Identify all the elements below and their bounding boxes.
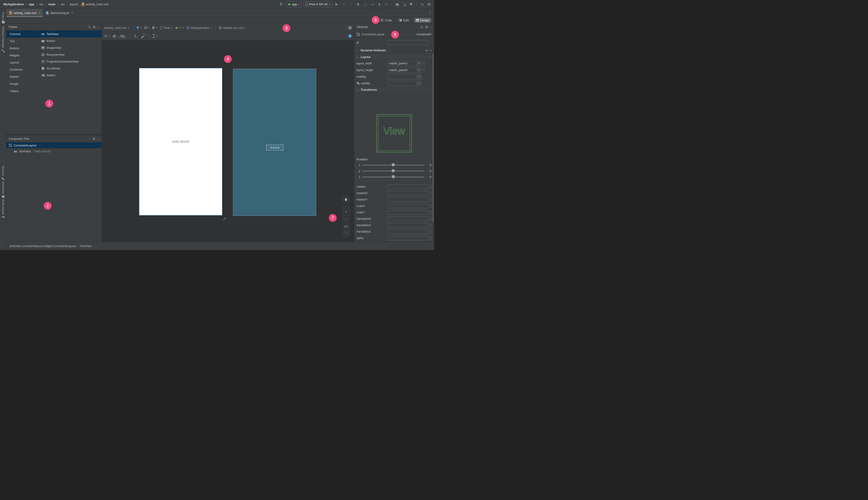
attribute-dropdown[interactable]: ▼: [388, 74, 421, 79]
breadcrumb-item[interactable]: activity_main.xml: [82, 2, 111, 6]
zoom-reset-button[interactable]: 1:1: [343, 225, 349, 228]
attribute-input[interactable]: [388, 210, 428, 215]
palette-component[interactable]: RecyclerView: [39, 51, 102, 58]
constraint-pill-indicator[interactable]: [423, 68, 425, 72]
blueprint-view-device[interactable]: TextView: [233, 69, 316, 216]
editor-mode-button[interactable]: Design: [414, 18, 431, 23]
breadcrumb-item[interactable]: MyApplication: [2, 2, 27, 6]
editor-mode-button[interactable]: Code: [378, 18, 394, 23]
palette-category[interactable]: Text: [7, 37, 39, 45]
constraint-pill-indicator[interactable]: [430, 224, 432, 227]
transforms-section-header[interactable]: ⌄ Transforms: [354, 87, 434, 93]
profile-button[interactable]: [363, 2, 367, 7]
locale-picker[interactable]: Default (en-us) ▾: [219, 26, 245, 30]
zoom-in-button[interactable]: +: [343, 209, 349, 213]
palette-component[interactable]: ImageView: [39, 44, 102, 51]
add-attribute-button[interactable]: [426, 48, 427, 52]
tab-mainactivity-kt[interactable]: MainActivity.kt ×: [43, 9, 76, 17]
breadcrumb-item[interactable]: src: [38, 2, 46, 6]
sidebar-item-build-variants[interactable]: Build Variants: [0, 200, 7, 218]
restart-activity-button[interactable]: [341, 2, 346, 7]
attribute-input[interactable]: [388, 197, 428, 202]
tab-activity-main-xml[interactable]: activity_main.xml ×: [7, 9, 43, 17]
surface-mode-button[interactable]: ▾: [136, 26, 142, 29]
minimize-icon[interactable]: [430, 25, 432, 29]
run-configuration-select[interactable]: app ▾: [286, 1, 301, 7]
attribute-input[interactable]: [388, 217, 428, 221]
attribute-input[interactable]: [388, 236, 428, 240]
sidebar-item-bookmarks[interactable]: Bookmarks: [0, 181, 7, 198]
apply-code-changes-button[interactable]: [348, 2, 353, 7]
hello-world-textview[interactable]: Hello World!: [139, 140, 222, 144]
rotation-slider[interactable]: [363, 171, 424, 171]
gear-icon[interactable]: [93, 137, 95, 141]
warnings-button[interactable]: [348, 26, 352, 30]
default-margin-button[interactable]: 0dp: [119, 34, 126, 38]
palette-component[interactable]: Button: [39, 37, 102, 44]
run-button[interactable]: [334, 2, 339, 7]
constraint-pill-indicator[interactable]: [430, 198, 432, 202]
palette-category[interactable]: Layouts: [7, 59, 39, 66]
search-icon[interactable]: [88, 25, 91, 29]
breadcrumb-item[interactable]: app: [28, 2, 37, 6]
device-manager-button[interactable]: [402, 2, 407, 7]
palette-category[interactable]: Helpers: [7, 73, 39, 80]
close-icon[interactable]: ×: [38, 11, 40, 14]
rotation-slider[interactable]: [363, 177, 424, 177]
tree-row[interactable]: ConstraintLayout: [7, 142, 102, 148]
palette-component[interactable]: Switch: [39, 72, 102, 79]
design-view-device[interactable]: Hello World!: [139, 68, 222, 215]
slider-thumb[interactable]: [392, 169, 395, 173]
constraint-pill-indicator[interactable]: [430, 217, 432, 221]
zoom-to-fit-button[interactable]: [343, 232, 349, 234]
id-input[interactable]: [388, 40, 428, 45]
palette-category[interactable]: Buttons: [7, 45, 39, 52]
breadcrumb-item[interactable]: main: [47, 2, 58, 6]
scrollbar-thumb[interactable]: [432, 53, 434, 223]
gear-icon[interactable]: [425, 25, 428, 29]
pan-button[interactable]: [343, 196, 350, 203]
file-variant-select[interactable]: activity_main.xml ▾: [104, 26, 129, 30]
breadcrumb-item[interactable]: layout: [69, 2, 81, 6]
pack-align-button[interactable]: ▾: [152, 34, 157, 38]
tab-options-kebab-icon[interactable]: [428, 11, 432, 15]
constraint-pill-indicator[interactable]: [430, 230, 432, 234]
palette-component[interactable]: FragmentContainerView: [39, 58, 102, 65]
search-everywhere-button[interactable]: [420, 2, 425, 7]
blueprint-textview[interactable]: TextView: [266, 145, 284, 150]
build-hammer-button[interactable]: [279, 2, 284, 7]
slider-thumb[interactable]: [392, 175, 395, 179]
attribute-input[interactable]: [388, 223, 428, 228]
api-version-picker[interactable]: T ▾: [175, 26, 184, 30]
close-icon[interactable]: ×: [71, 11, 73, 14]
attribute-input[interactable]: [388, 204, 428, 208]
minimize-icon[interactable]: [98, 25, 99, 29]
remove-attribute-button[interactable]: [430, 48, 432, 52]
editor-mode-button[interactable]: Split: [397, 18, 411, 23]
palette-category[interactable]: Common: [7, 31, 39, 37]
constraint-pill-indicator[interactable]: [430, 185, 432, 189]
status-breadcrumb-item[interactable]: androidx.constraintlayout.widget.Constra…: [10, 244, 78, 248]
minimize-icon[interactable]: [98, 137, 99, 141]
stop-button[interactable]: [384, 2, 389, 7]
palette-component[interactable]: ScrollView: [39, 65, 102, 72]
attribute-input[interactable]: [388, 229, 428, 234]
search-icon[interactable]: [420, 25, 423, 29]
theme-picker[interactable]: MyApplication ▾: [186, 26, 212, 30]
attribute-dropdown[interactable]: ▼: [388, 81, 421, 86]
constraint-pill-indicator[interactable]: [423, 61, 425, 65]
gear-icon[interactable]: [93, 25, 95, 29]
attribute-dropdown[interactable]: match_parent ▼: [388, 68, 421, 73]
palette-component[interactable]: TextView: [39, 31, 102, 37]
tree-row[interactable]: TextView "Hello World!": [7, 148, 102, 154]
attach-debugger-button[interactable]: ▾: [369, 2, 375, 7]
settings-button[interactable]: [427, 2, 432, 7]
debug-button[interactable]: [355, 2, 361, 7]
night-mode-button[interactable]: ▾: [152, 26, 158, 29]
view-options-button[interactable]: ▾: [104, 35, 110, 37]
status-breadcrumb-item[interactable]: TextView: [80, 244, 94, 248]
zoom-out-button[interactable]: −: [343, 217, 349, 221]
sidebar-item-project[interactable]: Project: [0, 12, 7, 23]
palette-category[interactable]: Containers: [7, 66, 39, 73]
sdk-manager-button[interactable]: [409, 2, 414, 7]
